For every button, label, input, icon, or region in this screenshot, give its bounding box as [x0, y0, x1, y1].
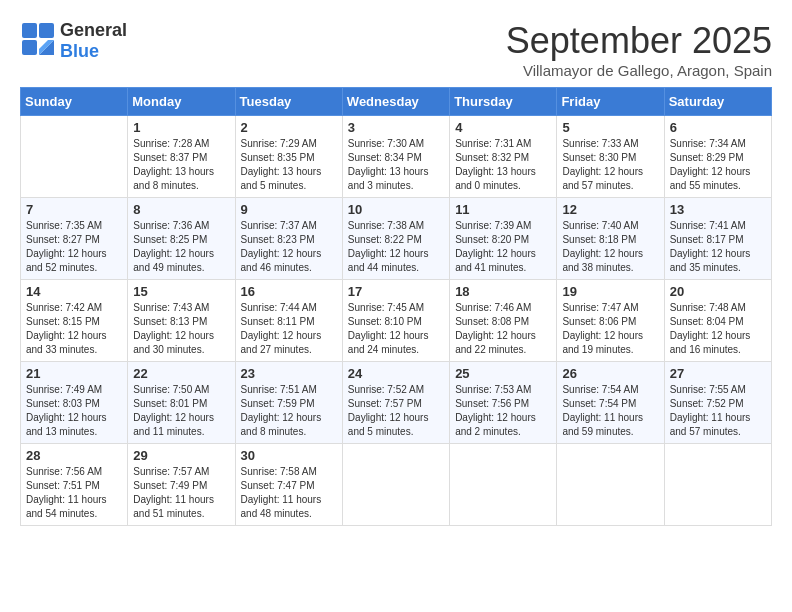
day-info: Sunrise: 7:37 AMSunset: 8:23 PMDaylight:… — [241, 219, 337, 275]
calendar-cell — [342, 444, 449, 526]
day-number: 15 — [133, 284, 229, 299]
title-area: September 2025 Villamayor de Gallego, Ar… — [506, 20, 772, 79]
day-info: Sunrise: 7:35 AMSunset: 8:27 PMDaylight:… — [26, 219, 122, 275]
calendar-cell: 21Sunrise: 7:49 AMSunset: 8:03 PMDayligh… — [21, 362, 128, 444]
day-info: Sunrise: 7:34 AMSunset: 8:29 PMDaylight:… — [670, 137, 766, 193]
logo: General Blue — [20, 20, 127, 62]
calendar-cell: 9Sunrise: 7:37 AMSunset: 8:23 PMDaylight… — [235, 198, 342, 280]
day-number: 2 — [241, 120, 337, 135]
day-info: Sunrise: 7:51 AMSunset: 7:59 PMDaylight:… — [241, 383, 337, 439]
weekday-header-row: SundayMondayTuesdayWednesdayThursdayFrid… — [21, 88, 772, 116]
day-info: Sunrise: 7:42 AMSunset: 8:15 PMDaylight:… — [26, 301, 122, 357]
day-number: 26 — [562, 366, 658, 381]
day-number: 14 — [26, 284, 122, 299]
day-info: Sunrise: 7:39 AMSunset: 8:20 PMDaylight:… — [455, 219, 551, 275]
day-number: 19 — [562, 284, 658, 299]
day-number: 29 — [133, 448, 229, 463]
calendar-cell — [557, 444, 664, 526]
weekday-header-saturday: Saturday — [664, 88, 771, 116]
day-info: Sunrise: 7:52 AMSunset: 7:57 PMDaylight:… — [348, 383, 444, 439]
weekday-header-monday: Monday — [128, 88, 235, 116]
calendar-cell: 12Sunrise: 7:40 AMSunset: 8:18 PMDayligh… — [557, 198, 664, 280]
day-info: Sunrise: 7:41 AMSunset: 8:17 PMDaylight:… — [670, 219, 766, 275]
calendar-week-row: 14Sunrise: 7:42 AMSunset: 8:15 PMDayligh… — [21, 280, 772, 362]
svg-rect-1 — [39, 23, 54, 38]
weekday-header-wednesday: Wednesday — [342, 88, 449, 116]
day-number: 13 — [670, 202, 766, 217]
calendar-cell: 11Sunrise: 7:39 AMSunset: 8:20 PMDayligh… — [450, 198, 557, 280]
calendar-week-row: 28Sunrise: 7:56 AMSunset: 7:51 PMDayligh… — [21, 444, 772, 526]
calendar-cell: 19Sunrise: 7:47 AMSunset: 8:06 PMDayligh… — [557, 280, 664, 362]
day-number: 12 — [562, 202, 658, 217]
calendar-cell: 8Sunrise: 7:36 AMSunset: 8:25 PMDaylight… — [128, 198, 235, 280]
calendar-cell: 18Sunrise: 7:46 AMSunset: 8:08 PMDayligh… — [450, 280, 557, 362]
calendar-cell: 15Sunrise: 7:43 AMSunset: 8:13 PMDayligh… — [128, 280, 235, 362]
calendar-cell: 7Sunrise: 7:35 AMSunset: 8:27 PMDaylight… — [21, 198, 128, 280]
calendar-week-row: 1Sunrise: 7:28 AMSunset: 8:37 PMDaylight… — [21, 116, 772, 198]
day-info: Sunrise: 7:48 AMSunset: 8:04 PMDaylight:… — [670, 301, 766, 357]
calendar-cell: 4Sunrise: 7:31 AMSunset: 8:32 PMDaylight… — [450, 116, 557, 198]
calendar-cell: 26Sunrise: 7:54 AMSunset: 7:54 PMDayligh… — [557, 362, 664, 444]
day-info: Sunrise: 7:53 AMSunset: 7:56 PMDaylight:… — [455, 383, 551, 439]
calendar-cell: 28Sunrise: 7:56 AMSunset: 7:51 PMDayligh… — [21, 444, 128, 526]
day-info: Sunrise: 7:57 AMSunset: 7:49 PMDaylight:… — [133, 465, 229, 521]
calendar-week-row: 21Sunrise: 7:49 AMSunset: 8:03 PMDayligh… — [21, 362, 772, 444]
day-info: Sunrise: 7:38 AMSunset: 8:22 PMDaylight:… — [348, 219, 444, 275]
day-number: 9 — [241, 202, 337, 217]
day-info: Sunrise: 7:45 AMSunset: 8:10 PMDaylight:… — [348, 301, 444, 357]
weekday-header-tuesday: Tuesday — [235, 88, 342, 116]
day-info: Sunrise: 7:28 AMSunset: 8:37 PMDaylight:… — [133, 137, 229, 193]
day-info: Sunrise: 7:58 AMSunset: 7:47 PMDaylight:… — [241, 465, 337, 521]
day-info: Sunrise: 7:50 AMSunset: 8:01 PMDaylight:… — [133, 383, 229, 439]
location-subtitle: Villamayor de Gallego, Aragon, Spain — [506, 62, 772, 79]
day-info: Sunrise: 7:31 AMSunset: 8:32 PMDaylight:… — [455, 137, 551, 193]
day-info: Sunrise: 7:55 AMSunset: 7:52 PMDaylight:… — [670, 383, 766, 439]
calendar-cell: 29Sunrise: 7:57 AMSunset: 7:49 PMDayligh… — [128, 444, 235, 526]
day-info: Sunrise: 7:44 AMSunset: 8:11 PMDaylight:… — [241, 301, 337, 357]
day-number: 1 — [133, 120, 229, 135]
calendar-cell: 17Sunrise: 7:45 AMSunset: 8:10 PMDayligh… — [342, 280, 449, 362]
day-info: Sunrise: 7:46 AMSunset: 8:08 PMDaylight:… — [455, 301, 551, 357]
day-number: 23 — [241, 366, 337, 381]
day-number: 6 — [670, 120, 766, 135]
calendar-cell: 3Sunrise: 7:30 AMSunset: 8:34 PMDaylight… — [342, 116, 449, 198]
logo-general: General — [60, 20, 127, 40]
calendar-cell: 5Sunrise: 7:33 AMSunset: 8:30 PMDaylight… — [557, 116, 664, 198]
calendar-cell: 13Sunrise: 7:41 AMSunset: 8:17 PMDayligh… — [664, 198, 771, 280]
weekday-header-sunday: Sunday — [21, 88, 128, 116]
day-number: 20 — [670, 284, 766, 299]
day-info: Sunrise: 7:36 AMSunset: 8:25 PMDaylight:… — [133, 219, 229, 275]
calendar-week-row: 7Sunrise: 7:35 AMSunset: 8:27 PMDaylight… — [21, 198, 772, 280]
day-number: 18 — [455, 284, 551, 299]
calendar-cell: 6Sunrise: 7:34 AMSunset: 8:29 PMDaylight… — [664, 116, 771, 198]
calendar-cell: 30Sunrise: 7:58 AMSunset: 7:47 PMDayligh… — [235, 444, 342, 526]
weekday-header-thursday: Thursday — [450, 88, 557, 116]
logo-text: General Blue — [60, 20, 127, 62]
day-number: 10 — [348, 202, 444, 217]
day-info: Sunrise: 7:33 AMSunset: 8:30 PMDaylight:… — [562, 137, 658, 193]
calendar-cell: 25Sunrise: 7:53 AMSunset: 7:56 PMDayligh… — [450, 362, 557, 444]
day-number: 17 — [348, 284, 444, 299]
day-info: Sunrise: 7:29 AMSunset: 8:35 PMDaylight:… — [241, 137, 337, 193]
calendar-cell: 20Sunrise: 7:48 AMSunset: 8:04 PMDayligh… — [664, 280, 771, 362]
calendar-cell — [450, 444, 557, 526]
day-info: Sunrise: 7:40 AMSunset: 8:18 PMDaylight:… — [562, 219, 658, 275]
logo-graphic — [20, 21, 56, 61]
logo-blue: Blue — [60, 41, 99, 61]
calendar-cell: 27Sunrise: 7:55 AMSunset: 7:52 PMDayligh… — [664, 362, 771, 444]
day-number: 16 — [241, 284, 337, 299]
calendar-cell: 1Sunrise: 7:28 AMSunset: 8:37 PMDaylight… — [128, 116, 235, 198]
day-number: 27 — [670, 366, 766, 381]
calendar-cell — [664, 444, 771, 526]
svg-rect-2 — [22, 40, 37, 55]
calendar-cell: 10Sunrise: 7:38 AMSunset: 8:22 PMDayligh… — [342, 198, 449, 280]
calendar-cell: 23Sunrise: 7:51 AMSunset: 7:59 PMDayligh… — [235, 362, 342, 444]
calendar-cell: 2Sunrise: 7:29 AMSunset: 8:35 PMDaylight… — [235, 116, 342, 198]
day-info: Sunrise: 7:49 AMSunset: 8:03 PMDaylight:… — [26, 383, 122, 439]
day-number: 8 — [133, 202, 229, 217]
day-number: 25 — [455, 366, 551, 381]
day-number: 7 — [26, 202, 122, 217]
day-number: 22 — [133, 366, 229, 381]
day-number: 11 — [455, 202, 551, 217]
day-number: 21 — [26, 366, 122, 381]
